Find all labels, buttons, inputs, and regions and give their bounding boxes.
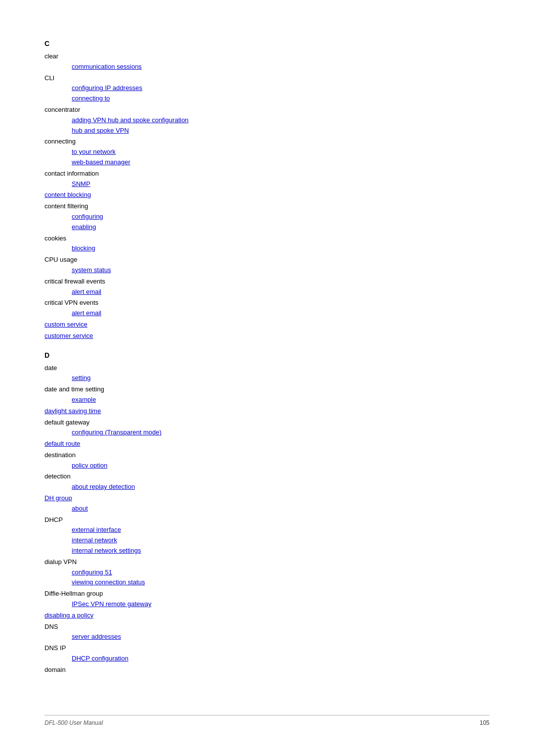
entry-concentrator-sub1[interactable]: adding VPN hub and spoke configuration: [72, 115, 490, 126]
link-configuring[interactable]: configuring: [72, 213, 103, 220]
entry-connecting-text: connecting: [44, 137, 490, 147]
entry-disabling-policy[interactable]: disabling a policy: [44, 611, 490, 621]
link-disabling-a-policy[interactable]: disabling a policy: [44, 612, 93, 619]
entry-date-time-sub1[interactable]: example: [72, 395, 490, 405]
link-enabling[interactable]: enabling: [72, 223, 96, 231]
entry-dh-group-sub1[interactable]: about: [72, 504, 490, 514]
link-connecting-to[interactable]: connecting to: [72, 94, 110, 102]
link-communication-sessions[interactable]: communication sessions: [72, 63, 142, 70]
entry-dialup-vpn-sub2[interactable]: viewing connection status: [72, 577, 490, 588]
entry-customer-service[interactable]: customer service: [44, 331, 490, 341]
entry-custom-service-link[interactable]: custom service: [44, 320, 490, 330]
link-system-status[interactable]: system status: [72, 266, 111, 274]
entry-cli-sub1[interactable]: configuring IP addresses: [72, 83, 490, 94]
entry-clear: clear communication sessions: [44, 51, 490, 72]
entry-critical-vpn-text: critical VPN events: [44, 298, 490, 308]
link-blocking[interactable]: blocking: [72, 244, 95, 252]
entry-critical-firewall-text: critical firewall events: [44, 277, 490, 287]
entry-contact-sub1[interactable]: SNMP: [72, 179, 490, 189]
entry-customer-service-link[interactable]: customer service: [44, 331, 490, 341]
link-internal-network-settings[interactable]: internal network settings: [72, 547, 141, 554]
entry-default-route-link[interactable]: default route: [44, 439, 490, 449]
link-web-based-manager[interactable]: web-based manager: [72, 158, 131, 166]
link-setting[interactable]: setting: [72, 374, 90, 381]
link-configuring-51[interactable]: configuring 51: [72, 568, 112, 576]
entry-dns-sub1[interactable]: server addresses: [72, 632, 490, 642]
entry-critical-vpn-sub1[interactable]: alert email: [72, 308, 490, 319]
link-hub-and-spoke-vpn[interactable]: hub and spoke VPN: [72, 127, 129, 134]
entry-clear-sub1[interactable]: communication sessions: [72, 62, 490, 72]
entry-cpu-usage-sub1[interactable]: system status: [72, 265, 490, 276]
entry-cookies-sub1[interactable]: blocking: [72, 243, 490, 254]
section-c: C clear communication sessions CLI confi…: [44, 40, 490, 341]
entry-critical-firewall-sub1[interactable]: alert email: [72, 287, 490, 297]
entry-default-gateway-sub1[interactable]: configuring (Transparent mode): [72, 427, 490, 438]
entry-detection-sub1[interactable]: about replay detection: [72, 482, 490, 492]
entry-dialup-vpn-text: dialup VPN: [44, 557, 490, 567]
entry-connecting-sub2[interactable]: web-based manager: [72, 157, 490, 168]
entry-dialup-vpn: dialup VPN configuring 51 viewing connec…: [44, 557, 490, 588]
entry-default-gateway-text: default gateway: [44, 418, 490, 428]
entry-dns: DNS server addresses: [44, 622, 490, 643]
link-internal-network[interactable]: internal network: [72, 536, 117, 544]
link-configuring-ip-addresses[interactable]: configuring IP addresses: [72, 84, 142, 92]
link-configuring-transparent[interactable]: configuring (Transparent mode): [72, 428, 162, 436]
entry-concentrator-sub2[interactable]: hub and spoke VPN: [72, 126, 490, 136]
entry-dns-ip: DNS IP DHCP configuration: [44, 643, 490, 664]
link-external-interface[interactable]: external interface: [72, 526, 121, 533]
link-snmp[interactable]: SNMP: [72, 180, 90, 188]
link-customer-service[interactable]: customer service: [44, 332, 93, 339]
link-ipsec-vpn-remote-gateway[interactable]: IPSec VPN remote gateway: [72, 600, 151, 608]
entry-destination: destination policy option: [44, 450, 490, 471]
entry-domain-text: domain: [44, 665, 490, 675]
link-dhcp-configuration[interactable]: DHCP configuration: [72, 655, 129, 662]
entry-dns-text: DNS: [44, 622, 490, 632]
link-dh-group[interactable]: DH group: [44, 494, 72, 502]
link-custom-service[interactable]: custom service: [44, 321, 88, 328]
entry-dns-ip-sub1[interactable]: DHCP configuration: [72, 654, 490, 664]
entry-connecting-sub1[interactable]: to your network: [72, 147, 490, 157]
entry-dh-group-link[interactable]: DH group: [44, 493, 490, 504]
entry-custom-service[interactable]: custom service: [44, 320, 490, 330]
entry-daylight-saving-time[interactable]: daylight saving time: [44, 406, 490, 417]
link-adding-vpn-hub[interactable]: adding VPN hub and spoke configuration: [72, 116, 188, 124]
entry-default-route[interactable]: default route: [44, 439, 490, 449]
link-about-dh[interactable]: about: [72, 505, 88, 512]
link-daylight-saving-time[interactable]: daylight saving time: [44, 407, 101, 415]
entry-cli: CLI configuring IP addresses connecting …: [44, 73, 490, 104]
entry-cli-sub2[interactable]: connecting to: [72, 94, 490, 104]
entry-dh-group[interactable]: DH group about: [44, 493, 490, 514]
entry-dhcp-sub3[interactable]: internal network settings: [72, 546, 490, 556]
link-viewing-connection-status[interactable]: viewing connection status: [72, 578, 145, 586]
entry-content-blocking-link[interactable]: content blocking: [44, 190, 490, 200]
link-example[interactable]: example: [72, 396, 96, 403]
entry-dns-ip-text: DNS IP: [44, 643, 490, 654]
entry-dhcp-sub1[interactable]: external interface: [72, 525, 490, 535]
footer-page-number: 105: [480, 719, 490, 726]
link-default-route[interactable]: default route: [44, 440, 80, 447]
entry-detection-text: detection: [44, 472, 490, 482]
entry-date-text: date: [44, 363, 490, 374]
link-alert-email-vpn[interactable]: alert email: [72, 309, 101, 317]
entry-dialup-vpn-sub1[interactable]: configuring 51: [72, 567, 490, 578]
entry-content-blocking[interactable]: content blocking: [44, 190, 490, 200]
entry-cookies-text: cookies: [44, 234, 490, 244]
entry-content-filtering-sub2[interactable]: enabling: [72, 222, 490, 233]
link-policy-option[interactable]: policy option: [72, 462, 107, 469]
entry-daylight-link[interactable]: daylight saving time: [44, 406, 490, 417]
entry-content-filtering-text: content filtering: [44, 201, 490, 212]
link-alert-email-firewall[interactable]: alert email: [72, 288, 101, 295]
entry-destination-sub1[interactable]: policy option: [72, 461, 490, 471]
entry-date-sub1[interactable]: setting: [72, 373, 490, 383]
entry-disabling-policy-link[interactable]: disabling a policy: [44, 611, 490, 621]
link-to-your-network[interactable]: to your network: [72, 148, 116, 155]
link-content-blocking[interactable]: content blocking: [44, 191, 91, 198]
entry-diffie-hellman-sub1[interactable]: IPSec VPN remote gateway: [72, 599, 490, 610]
entry-cookies: cookies blocking: [44, 234, 490, 254]
link-about-replay-detection[interactable]: about replay detection: [72, 483, 135, 490]
entry-destination-text: destination: [44, 450, 490, 461]
entry-content-filtering-sub1[interactable]: configuring: [72, 212, 490, 222]
entry-concentrator: concentrator adding VPN hub and spoke co…: [44, 105, 490, 136]
link-server-addresses[interactable]: server addresses: [72, 633, 121, 640]
entry-dhcp-sub2[interactable]: internal network: [72, 535, 490, 546]
